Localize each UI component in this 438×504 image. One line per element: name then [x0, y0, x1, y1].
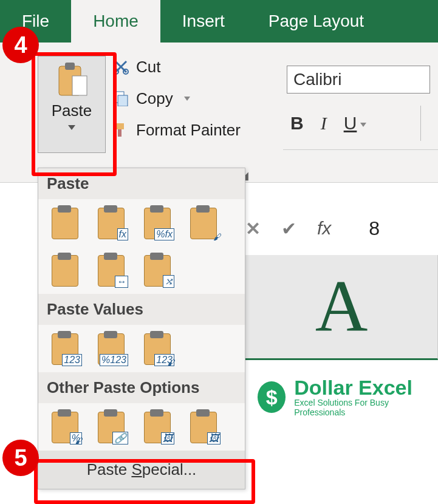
svg-rect-6	[118, 95, 128, 106]
svg-rect-2	[72, 76, 87, 95]
copy-label: Copy	[136, 89, 173, 108]
paste-keep-source-icon[interactable]: 🖌	[185, 205, 221, 240]
clipboard-commands: Cut Copy Format Painter	[113, 51, 241, 146]
paste-linked-picture-icon[interactable]: 🖼	[185, 409, 221, 444]
paste-label: Paste	[52, 101, 92, 120]
copy-dropdown-caret-icon	[184, 97, 190, 101]
separator	[420, 106, 421, 141]
cancel-icon[interactable]: ✕	[245, 218, 261, 239]
paste-special-item[interactable]: Paste Special...	[38, 451, 245, 489]
brand-title: Dollar Excel	[294, 377, 426, 398]
paste-options-menu: Paste fx%fx🖌 ↔⤭ Paste Values 123%123123🖌…	[38, 168, 245, 489]
brand-cell: $ Dollar Excel Excel Solutions For Busy …	[245, 360, 438, 434]
paste-formulas-icon[interactable]: fx	[93, 205, 128, 240]
tab-home[interactable]: Home	[71, 0, 160, 43]
worksheet-area: A $ Dollar Excel Excel Solutions For Bus…	[245, 255, 438, 504]
paste-split-button[interactable]: Paste	[38, 56, 106, 153]
svg-rect-8	[118, 129, 121, 137]
svg-rect-1	[65, 63, 75, 70]
copy-button[interactable]: Copy	[113, 83, 241, 114]
underline-button[interactable]: U	[344, 113, 367, 134]
paintbrush-icon	[113, 122, 129, 138]
menu-section-other: Other Paste Options	[38, 372, 245, 403]
format-painter-button[interactable]: Format Painter	[113, 114, 241, 146]
enter-icon[interactable]: ✔	[281, 218, 296, 239]
font-name-combo[interactable]	[287, 66, 430, 94]
copy-icon	[113, 90, 129, 106]
column-header-a[interactable]: A	[245, 255, 438, 360]
paste-transpose-icon[interactable]: ⤭	[139, 253, 174, 288]
paste-values-number-icon[interactable]: %123	[93, 331, 128, 366]
callout-number-4: 4	[2, 27, 39, 63]
formula-bar: ✕ ✔ fx 8	[245, 210, 380, 247]
paste-values-icon[interactable]: 123	[47, 331, 82, 366]
brand-subtitle: Excel Solutions For Busy Professionals	[294, 398, 426, 417]
dollar-excel-logo-icon: $	[258, 381, 286, 413]
formula-value[interactable]: 8	[369, 217, 380, 240]
svg-rect-7	[115, 123, 124, 129]
paste-formatting-icon[interactable]: %🖌	[47, 409, 82, 444]
paste-keep-width-icon[interactable]: ↔	[93, 253, 128, 288]
paste-no-borders-icon[interactable]	[47, 253, 82, 288]
paste-dropdown-caret-icon	[68, 125, 75, 130]
paste-link-icon[interactable]: 🔗	[93, 409, 128, 444]
clipboard-icon	[55, 61, 88, 98]
underline-caret-icon	[360, 123, 366, 127]
callout-number-5: 5	[2, 440, 39, 476]
separator	[283, 149, 438, 150]
font-style-buttons: B I U	[290, 113, 366, 134]
menu-section-values: Paste Values	[38, 294, 245, 325]
paste-values-source-icon[interactable]: 123🖌	[139, 331, 174, 366]
format-painter-label: Format Painter	[136, 121, 241, 140]
fx-icon[interactable]: fx	[317, 218, 331, 239]
menu-section-paste: Paste	[38, 168, 245, 199]
cut-label: Cut	[136, 58, 160, 77]
scissors-icon	[113, 59, 129, 75]
tab-insert[interactable]: Insert	[160, 0, 247, 43]
cut-button[interactable]: Cut	[113, 51, 241, 83]
bold-button[interactable]: B	[290, 113, 304, 134]
tab-page-layout[interactable]: Page Layout	[247, 0, 386, 43]
italic-button[interactable]: I	[321, 113, 327, 134]
ribbon-home: Paste Cut Copy Format Painter ◢ B I U	[0, 43, 438, 183]
paste-picture-icon[interactable]: 🖼	[139, 409, 174, 444]
paste-all-icon[interactable]	[47, 205, 82, 240]
paste-formulas-number-icon[interactable]: %fx	[139, 205, 174, 240]
ribbon-tabs: File Home Insert Page Layout	[0, 0, 438, 43]
